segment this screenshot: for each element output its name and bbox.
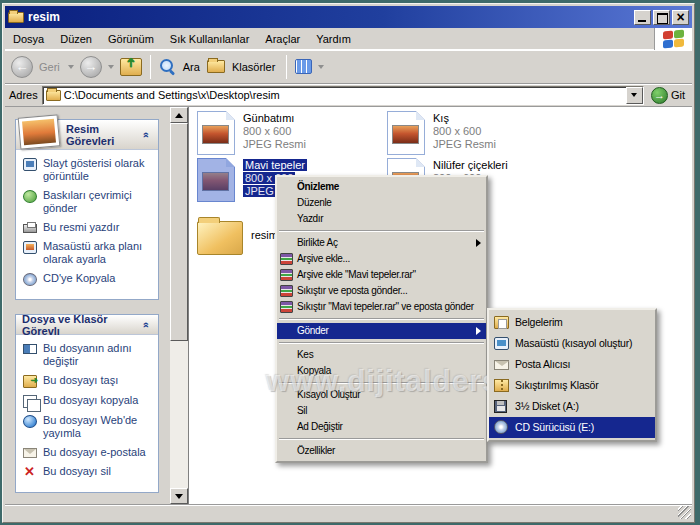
menu-separator xyxy=(279,382,484,384)
floppy-icon xyxy=(494,400,507,413)
toolbar-separator xyxy=(286,55,287,79)
context-menu-item-gonder[interactable]: Gönder xyxy=(277,323,486,339)
menubar: Dosya Düzen Görünüm Sık Kullanılanlar Ar… xyxy=(5,28,692,50)
go-arrow-icon: → xyxy=(651,87,668,104)
task-delete[interactable]: Bu dosyayı sil xyxy=(23,465,154,479)
file-name: Nilüfer çiçekleri xyxy=(433,159,508,172)
winrar-icon xyxy=(280,269,293,281)
task-copy[interactable]: Bu dosyayı kopyala xyxy=(23,394,154,408)
send-to-item-posta-alicisi[interactable]: Posta Alıcısı xyxy=(489,354,655,375)
menu-duzen[interactable]: Düzen xyxy=(52,30,100,48)
address-dropdown-button[interactable] xyxy=(626,87,643,104)
cd-drive-icon xyxy=(494,420,508,434)
chevron-up-icon[interactable] xyxy=(138,318,152,332)
send-to-item-belgelerim[interactable]: Belgelerim xyxy=(489,312,655,333)
task-order-prints[interactable]: Baskıları çevrimiçi gönder xyxy=(23,189,154,215)
context-menu-item-sil[interactable]: Sil xyxy=(277,403,486,419)
picture-tasks-panel: Resim Görevleri Slayt gösterisi olarak g… xyxy=(15,119,159,300)
resize-grip[interactable] xyxy=(678,506,691,519)
search-icon[interactable] xyxy=(159,58,176,75)
folder-tile-resim[interactable]: resim xyxy=(197,215,278,255)
task-email[interactable]: Bu dosyayı e-postala xyxy=(23,446,154,459)
task-rename[interactable]: Bu dosyanın adını değiştir xyxy=(23,342,154,368)
file-name: Mavi tepeler xyxy=(243,159,307,171)
context-menu-item-sikistir-eposta[interactable]: Sıkıştır ve eposta gönder... xyxy=(277,283,486,299)
task-slideshow[interactable]: Slayt gösterisi olarak görüntüle xyxy=(23,157,154,183)
task-publish-web[interactable]: Bu dosyayı Web'de yayımla xyxy=(23,414,154,440)
menu-separator xyxy=(279,342,484,344)
forward-button[interactable]: → xyxy=(80,56,102,78)
maximize-button[interactable] xyxy=(653,10,670,25)
menu-separator xyxy=(279,230,484,232)
panel-header[interactable]: Dosya ve Klasör Görevlı xyxy=(16,315,158,335)
minimize-button[interactable] xyxy=(634,10,651,25)
move-icon xyxy=(23,375,37,388)
context-menu-item-arsive-ekle-rar[interactable]: Arşive ekle "Mavi tepeler.rar" xyxy=(277,267,486,283)
scrollbar-thumb[interactable] xyxy=(170,123,188,341)
status-bar xyxy=(5,504,692,520)
titlebar[interactable]: resim xyxy=(5,6,692,28)
address-input[interactable] xyxy=(61,89,626,101)
chevron-up-icon[interactable] xyxy=(138,128,152,142)
file-name: Kış xyxy=(433,112,496,125)
task-copy-to-cd[interactable]: CD'ye Kopyala xyxy=(23,272,154,286)
scroll-up-icon[interactable] xyxy=(170,107,188,123)
context-menu-item-duzenle[interactable]: Düzenle xyxy=(277,195,486,211)
close-button[interactable] xyxy=(672,10,689,25)
folders-icon[interactable] xyxy=(207,60,225,73)
menu-gorunum[interactable]: Görünüm xyxy=(100,30,162,48)
window-folder-icon xyxy=(8,12,24,23)
file-dimensions: 800 x 600 xyxy=(433,125,496,138)
context-menu-item-kes[interactable]: Kes xyxy=(277,347,486,363)
search-label[interactable]: Ara xyxy=(183,61,200,73)
task-print[interactable]: Bu resmi yazdır xyxy=(23,221,154,234)
task-move[interactable]: Bu dosyayı taşı xyxy=(23,374,154,388)
file-folder-tasks-panel: Dosya ve Klasör Görevlı Bu dosyanın adın… xyxy=(15,314,159,493)
views-icon[interactable] xyxy=(295,59,312,74)
address-combo[interactable] xyxy=(42,86,644,105)
copy-to-cd-icon xyxy=(23,273,37,286)
send-to-item-disket[interactable]: 3½ Disket (A:) xyxy=(489,396,655,417)
image-file-icon xyxy=(387,111,425,155)
copy-icon xyxy=(23,395,37,408)
sidebar-scrollbar[interactable] xyxy=(170,107,188,504)
address-bar: Adres → Git xyxy=(5,84,692,107)
zip-folder-icon xyxy=(494,379,509,392)
toolbar-separator xyxy=(150,55,151,79)
context-menu-item-birlikte-ac[interactable]: Birlikte Aç xyxy=(277,235,486,251)
menu-dosya[interactable]: Dosya xyxy=(5,30,52,48)
send-to-item-cd-surucusu[interactable]: CD Sürücüsü (E:) xyxy=(489,417,655,438)
context-menu-item-onizleme[interactable]: Önizleme xyxy=(277,179,486,195)
context-menu-item-yazdir[interactable]: Yazdır xyxy=(277,211,486,227)
go-button[interactable]: → Git xyxy=(648,87,688,104)
file-tile-kis[interactable]: Kış 800 x 600 JPEG Resmi xyxy=(387,111,496,155)
winrar-icon xyxy=(280,253,293,265)
context-menu-item-kopyala[interactable]: Kopyala xyxy=(277,363,486,379)
menu-sik-kullanilanlar[interactable]: Sık Kullanılanlar xyxy=(162,30,258,48)
context-menu-item-arsive-ekle[interactable]: Arşive ekle... xyxy=(277,251,486,267)
desktop-shortcut-icon xyxy=(494,337,509,350)
context-menu-item-ozellikler[interactable]: Özellikler xyxy=(277,443,486,459)
context-menu-item-sikistir-rar-eposta[interactable]: Sıkıştır "Mavi tepeler.rar" ve eposta gö… xyxy=(277,299,486,315)
views-dropdown-icon[interactable] xyxy=(318,65,324,69)
context-menu-item-kisayol-olustur[interactable]: Kısayol Oluştur xyxy=(277,387,486,403)
back-dropdown-icon[interactable] xyxy=(68,65,74,69)
back-button[interactable]: ← xyxy=(11,56,33,78)
windows-logo xyxy=(654,28,692,50)
menu-yardim[interactable]: Yardım xyxy=(308,30,359,48)
scroll-down-icon[interactable] xyxy=(170,488,188,504)
file-type: JPEG Resmi xyxy=(433,138,496,151)
folders-label[interactable]: Klasörler xyxy=(232,61,275,73)
slideshow-icon xyxy=(23,158,37,171)
send-to-item-masaustu[interactable]: Masaüstü (kısayol oluştur) xyxy=(489,333,655,354)
rename-icon xyxy=(23,344,37,354)
context-menu-item-ad-degistir[interactable]: Ad Değiştir xyxy=(277,419,486,435)
menu-araclar[interactable]: Araçlar xyxy=(257,30,308,48)
task-wallpaper[interactable]: Masaüstü arka planı olarak ayarla xyxy=(23,240,154,266)
wallpaper-icon xyxy=(23,241,37,254)
up-button[interactable] xyxy=(120,58,142,76)
panel-title: Dosya ve Klasör Görevlı xyxy=(22,313,138,337)
forward-dropdown-icon[interactable] xyxy=(108,65,114,69)
file-tile-gunbatimi[interactable]: Günbatımı 800 x 600 JPEG Resmi xyxy=(197,111,306,155)
send-to-item-sikistirilmis-klasor[interactable]: Sıkıştırılmış Klasör xyxy=(489,375,655,396)
